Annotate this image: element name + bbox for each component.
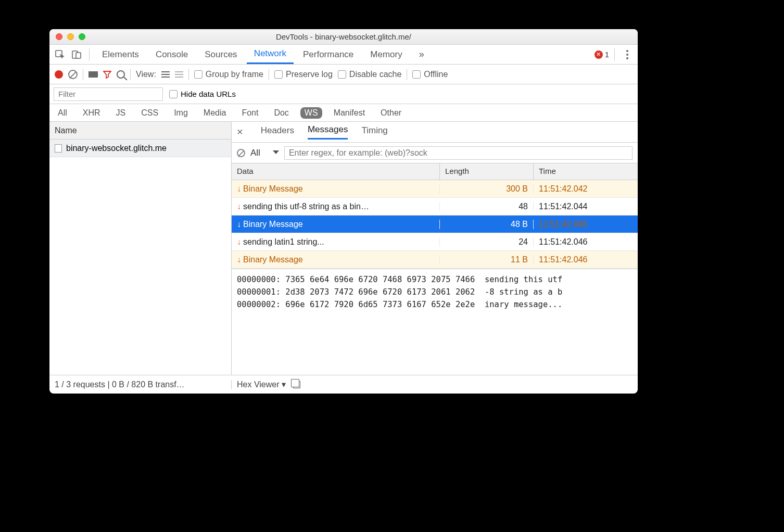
- hide-data-urls-checkbox[interactable]: Hide data URLs: [169, 90, 236, 98]
- small-rows-icon[interactable]: [175, 71, 183, 78]
- messages-filter-row: All: [232, 143, 638, 163]
- arrow-down-icon: ↓: [237, 237, 241, 247]
- preserve-log-checkbox[interactable]: Preserve log: [274, 70, 333, 79]
- close-detail-icon[interactable]: ×: [237, 126, 243, 138]
- clear-button[interactable]: [68, 70, 78, 79]
- panel-tab-elements[interactable]: Elements: [95, 45, 146, 64]
- name-column-header[interactable]: Name: [49, 122, 231, 140]
- type-filters: AllXHRJSCSSImgMediaFontDocWSManifestOthe…: [49, 104, 638, 122]
- view-label: View:: [136, 70, 156, 79]
- divider: [614, 48, 615, 61]
- error-icon: ✕: [595, 50, 603, 59]
- col-data[interactable]: Data: [232, 163, 440, 180]
- panel-tab-memory[interactable]: Memory: [363, 45, 409, 64]
- type-filter-all[interactable]: All: [54, 107, 71, 119]
- disable-cache-checkbox[interactable]: Disable cache: [338, 70, 402, 79]
- panel-overflow[interactable]: »: [412, 45, 430, 64]
- panel-tab-performance[interactable]: Performance: [296, 45, 361, 64]
- messages-table-body: ↓Binary Message300 B11:51:42.042↓sending…: [232, 180, 638, 269]
- screenshot-icon[interactable]: [88, 71, 98, 78]
- filter-input[interactable]: [54, 87, 163, 101]
- panel-tab-console[interactable]: Console: [148, 45, 195, 64]
- inspect-element-icon[interactable]: [53, 47, 67, 62]
- search-icon[interactable]: [117, 70, 125, 79]
- filter-row: Hide data URLs: [49, 84, 638, 104]
- offline-checkbox[interactable]: Offline: [412, 70, 448, 79]
- panel-tab-network[interactable]: Network: [247, 45, 294, 64]
- hex-viewer[interactable]: 00000000: 7365 6e64 696e 6720 7468 6973 …: [232, 269, 638, 375]
- panel-tab-sources[interactable]: Sources: [197, 45, 244, 64]
- arrow-down-icon: ↓: [237, 184, 241, 194]
- type-filter-manifest[interactable]: Manifest: [330, 107, 369, 119]
- group-by-frame-checkbox[interactable]: Group by frame: [194, 70, 263, 79]
- network-toolbar: View: Group by frame Preserve log Disabl…: [49, 65, 638, 84]
- svg-rect-2: [76, 53, 81, 58]
- direction-dropdown[interactable]: All: [250, 148, 279, 158]
- message-row[interactable]: ↓Binary Message48 B11:51:42.045: [232, 216, 638, 233]
- copy-icon[interactable]: [293, 381, 300, 388]
- message-row[interactable]: ↓Binary Message11 B11:51:42.046: [232, 251, 638, 269]
- kebab-menu[interactable]: [620, 47, 635, 62]
- message-row[interactable]: ↓sending latin1 string...2411:51:42.046: [232, 233, 638, 251]
- type-filter-doc[interactable]: Doc: [270, 107, 293, 119]
- document-icon: [55, 144, 62, 153]
- detail-tabs: × HeadersMessagesTiming: [232, 122, 638, 143]
- split-pane: Name binary-websocket.glitch.me × Header…: [49, 122, 638, 375]
- message-row[interactable]: ↓sending this utf-8 string as a bin…4811…: [232, 198, 638, 216]
- hex-viewer-dropdown[interactable]: Hex Viewer ▾: [237, 379, 286, 389]
- type-filter-media[interactable]: Media: [199, 107, 231, 119]
- messages-table-header: Data Length Time: [232, 163, 638, 180]
- record-button[interactable]: [55, 70, 63, 79]
- type-filter-img[interactable]: Img: [170, 107, 192, 119]
- col-time[interactable]: Time: [534, 163, 638, 180]
- detail-tab-messages[interactable]: Messages: [308, 124, 348, 140]
- arrow-down-icon: ↓: [237, 220, 241, 229]
- message-regex-input[interactable]: [284, 146, 633, 160]
- chevron-down-icon: [273, 150, 279, 157]
- detail-pane: × HeadersMessagesTiming All Data Length …: [232, 122, 638, 375]
- window-title: DevTools - binary-websocket.glitch.me/: [49, 32, 638, 41]
- device-toolbar-icon[interactable]: [69, 47, 84, 62]
- request-row[interactable]: binary-websocket.glitch.me: [49, 140, 231, 157]
- arrow-down-icon: ↓: [237, 202, 241, 211]
- devtools-window: DevTools - binary-websocket.glitch.me/ E…: [49, 29, 638, 394]
- type-filter-ws[interactable]: WS: [300, 107, 322, 119]
- large-rows-icon[interactable]: [161, 71, 170, 78]
- col-length[interactable]: Length: [440, 163, 534, 180]
- status-summary: 1 / 3 requests | 0 B / 820 B transf…: [49, 380, 232, 389]
- error-count[interactable]: ✕ 1: [595, 50, 609, 59]
- request-name: binary-websocket.glitch.me: [66, 144, 167, 153]
- filter-icon[interactable]: [103, 70, 111, 79]
- type-filter-other[interactable]: Other: [376, 107, 406, 119]
- panel-tabs: ElementsConsoleSourcesNetworkPerformance…: [49, 45, 638, 65]
- titlebar: DevTools - binary-websocket.glitch.me/: [49, 29, 638, 45]
- message-row[interactable]: ↓Binary Message300 B11:51:42.042: [232, 180, 638, 198]
- requests-pane: Name binary-websocket.glitch.me: [49, 122, 232, 375]
- type-filter-js[interactable]: JS: [112, 107, 130, 119]
- detail-tab-headers[interactable]: Headers: [261, 125, 294, 139]
- arrow-down-icon: ↓: [237, 255, 241, 264]
- clear-messages-icon[interactable]: [237, 149, 245, 157]
- divider: [89, 48, 90, 61]
- status-bar: 1 / 3 requests | 0 B / 820 B transf… Hex…: [49, 375, 638, 394]
- type-filter-font[interactable]: Font: [237, 107, 262, 119]
- type-filter-xhr[interactable]: XHR: [79, 107, 105, 119]
- type-filter-css[interactable]: CSS: [137, 107, 162, 119]
- detail-tab-timing[interactable]: Timing: [361, 125, 387, 139]
